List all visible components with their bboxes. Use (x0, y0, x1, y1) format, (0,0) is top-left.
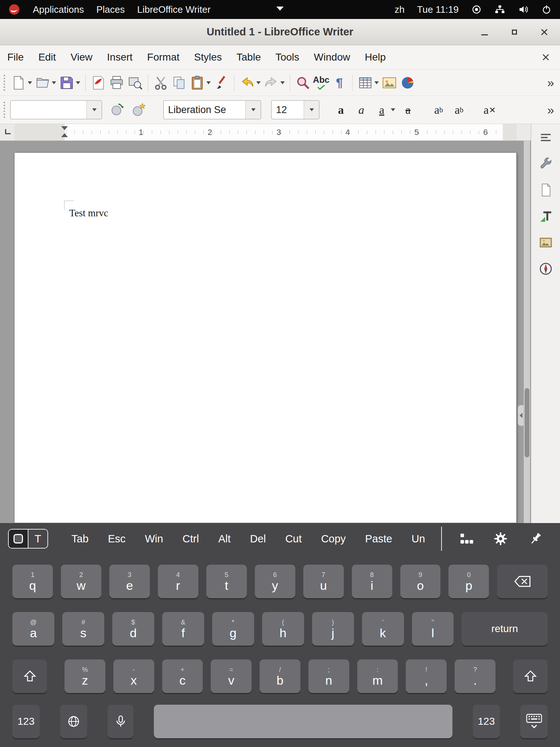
key-return[interactable]: return (462, 612, 548, 646)
power-icon[interactable] (541, 4, 552, 15)
key-i[interactable]: 8i (352, 565, 392, 598)
record-indicator-icon[interactable] (471, 4, 482, 15)
key-r[interactable]: 4r (158, 565, 198, 598)
font-size-dropdown[interactable] (304, 101, 319, 119)
tab-stop-selector[interactable] (5, 129, 11, 134)
key-h[interactable]: (h (262, 612, 304, 646)
redo-button[interactable] (262, 73, 280, 93)
navigator-deck-button[interactable] (537, 260, 554, 277)
find-replace-button[interactable] (294, 73, 312, 93)
redo-dropdown[interactable] (280, 81, 285, 84)
insert-chart-button[interactable] (398, 73, 417, 93)
keyboard-settings-button[interactable] (493, 531, 508, 546)
menu-item[interactable]: Table (237, 51, 261, 63)
paste-dropdown[interactable] (206, 81, 211, 84)
extra-key[interactable]: Win (145, 533, 163, 545)
extra-key[interactable]: Paste (365, 533, 392, 545)
left-indent-marker[interactable] (61, 133, 68, 137)
toolbar-drag-handle[interactable] (3, 74, 6, 92)
insert-image-button[interactable] (380, 73, 398, 93)
key-d[interactable]: $d (112, 612, 154, 646)
key-sym[interactable]: 123 (473, 705, 500, 738)
key-a[interactable]: @a (12, 612, 54, 646)
key-mic[interactable] (108, 705, 133, 738)
key-c[interactable]: +c (162, 659, 203, 693)
extra-key[interactable]: Esc (108, 533, 125, 545)
menu-item[interactable]: Format (147, 51, 180, 63)
print-preview-button[interactable] (126, 73, 144, 93)
paragraph-style-combobox[interactable] (10, 100, 102, 119)
menu-item[interactable]: Styles (194, 51, 222, 63)
vertical-scrollbar[interactable] (524, 141, 530, 523)
underline-dropdown[interactable] (391, 108, 395, 111)
open-dropdown[interactable] (52, 81, 56, 84)
document-page[interactable]: Test mrvc (14, 152, 517, 523)
gallery-deck-button[interactable] (537, 234, 554, 251)
key-backspace[interactable] (497, 565, 548, 598)
active-app-menu[interactable]: LibreOffice Writer (137, 4, 210, 15)
strikethrough-button[interactable]: a (399, 100, 417, 120)
formatting-marks-button[interactable]: ¶ (330, 73, 349, 93)
sidebar-hide-handle[interactable] (518, 405, 524, 426)
volume-icon[interactable] (518, 4, 529, 15)
bold-button[interactable]: a (332, 100, 350, 120)
keyboard-pin-button[interactable] (528, 531, 543, 546)
top-center-notch[interactable] (257, 0, 303, 17)
clear-formatting-button[interactable]: a× (481, 100, 499, 120)
key-,[interactable]: !, (406, 659, 447, 693)
styles-deck-button[interactable] (537, 208, 554, 225)
key-shift[interactable] (12, 659, 47, 693)
save-dropdown[interactable] (76, 81, 80, 84)
clone-formatting-button[interactable] (212, 73, 230, 93)
key-.[interactable]: ?. (455, 659, 495, 693)
clock[interactable]: Tue 11:19 (417, 4, 459, 15)
key-g[interactable]: *g (212, 612, 254, 646)
italic-button[interactable]: a (352, 100, 370, 120)
horizontal-ruler[interactable]: 123456 (0, 124, 560, 141)
underline-button[interactable]: a (373, 100, 391, 120)
key-e[interactable]: 3e (109, 565, 150, 598)
menu-item[interactable]: Help (365, 51, 386, 63)
keyboard-mode-toggle[interactable]: T (8, 529, 48, 549)
new-document-button[interactable] (9, 73, 28, 93)
menu-item[interactable]: View (70, 51, 92, 63)
key-s[interactable]: #s (62, 612, 104, 646)
document-text[interactable]: Test mrvc (69, 208, 108, 219)
document-area[interactable]: Test mrvc (0, 141, 560, 523)
extra-key[interactable]: Ctrl (182, 533, 199, 545)
key-space[interactable] (154, 705, 452, 738)
key-k[interactable]: 'k (362, 612, 404, 646)
undo-dropdown[interactable] (256, 81, 261, 84)
key-n[interactable]: ;n (308, 659, 349, 693)
paragraph-style-dropdown[interactable] (86, 101, 102, 119)
key-x[interactable]: -x (113, 659, 154, 693)
keyboard-layout-grid-button[interactable] (458, 531, 473, 546)
extra-key[interactable]: Tab (71, 533, 89, 545)
undo-button[interactable] (238, 73, 256, 93)
scrollbar-thumb[interactable] (525, 388, 529, 457)
toolbar-drag-handle[interactable] (3, 101, 6, 119)
sidebar-settings-button[interactable] (537, 129, 554, 146)
key-m[interactable]: :m (357, 659, 398, 693)
toolbar-overflow-button[interactable]: » (547, 76, 554, 90)
keyboard-layout-indicator[interactable]: zh (394, 4, 404, 15)
menu-item[interactable]: Edit (38, 51, 56, 63)
open-button[interactable] (34, 73, 52, 93)
insert-table-button[interactable] (356, 73, 374, 93)
close-document-button[interactable] (541, 53, 551, 62)
key-p[interactable]: 0p (448, 565, 489, 598)
page-deck-button[interactable] (537, 182, 554, 198)
menu-item[interactable]: Tools (275, 51, 299, 63)
key-q[interactable]: 1q (12, 565, 53, 598)
key-l[interactable]: "l (412, 612, 454, 646)
copy-button[interactable] (170, 73, 188, 93)
key-w[interactable]: 2w (61, 565, 101, 598)
key-y[interactable]: 6y (255, 565, 295, 598)
indent-marker[interactable] (61, 126, 68, 137)
font-size-combobox[interactable]: 12 (271, 100, 319, 119)
extra-key[interactable]: Un (412, 533, 425, 545)
first-line-indent-marker[interactable] (61, 126, 68, 130)
extra-key[interactable]: Alt (218, 533, 231, 545)
network-icon[interactable] (494, 4, 505, 15)
key-j[interactable]: )j (312, 612, 354, 646)
